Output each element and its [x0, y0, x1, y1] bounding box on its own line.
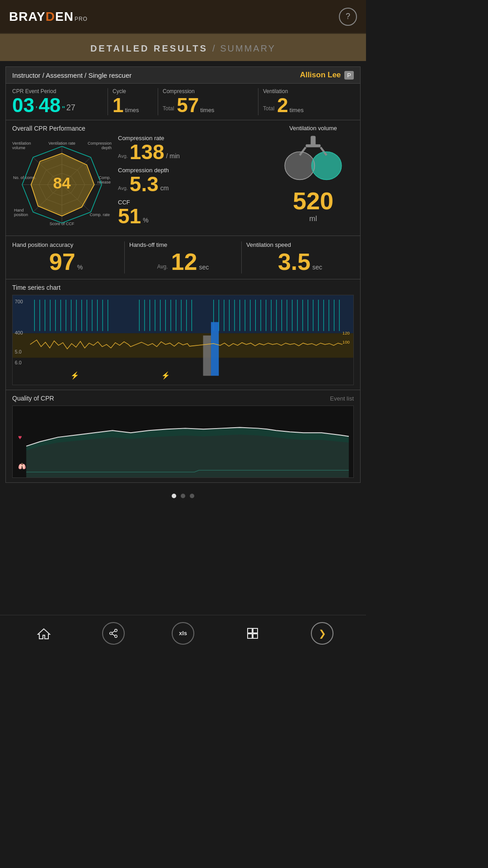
cpr-event-label: CPR Event Period	[12, 88, 103, 94]
svg-rect-82	[211, 322, 219, 376]
compression-depth-value: 5.3	[130, 174, 159, 194]
cycle-block: Cycle 1 times	[113, 88, 153, 115]
logo-pro: PRO	[75, 16, 88, 22]
bottom-nav: xls ❯	[0, 615, 366, 651]
vent-volume-unit: ml	[310, 215, 317, 223]
home-icon	[37, 627, 51, 640]
info-bar: Instructor / Assessment / Single rescuer…	[6, 67, 360, 84]
ventilation-speed-value: 3.5	[278, 250, 310, 274]
stats-row: CPR Event Period 03 ' 48 " 27 Cycle 1 ti…	[6, 84, 360, 120]
compression-depth-block: Compression depth Avg. 5.3 cm	[118, 167, 266, 194]
dot-1[interactable]	[172, 494, 176, 498]
event-list-button[interactable]: Event list	[330, 395, 354, 402]
svg-rect-96	[248, 634, 252, 638]
ventilation-label: Ventilation	[263, 88, 354, 94]
cpr-event-block: CPR Event Period 03 ' 48 " 27	[12, 88, 103, 115]
svg-text:🫁: 🫁	[18, 462, 26, 470]
next-button[interactable]: ❯	[311, 622, 333, 645]
quality-svg: ♥ 🫁	[13, 406, 353, 477]
xls-button[interactable]: xls	[172, 622, 194, 645]
svg-text:⚡: ⚡	[161, 371, 170, 380]
time-series-svg: 700 400 5.0 6.0 120 100	[13, 295, 353, 385]
svg-text:5.0: 5.0	[15, 349, 22, 354]
ventilation-speed-block: Ventilation speed 3.5 sec	[246, 241, 354, 274]
page-title: DETAILED RESULTS / SUMMARY	[90, 41, 276, 55]
svg-text:400: 400	[15, 330, 23, 335]
svg-rect-95	[253, 628, 258, 633]
svg-point-90	[110, 632, 113, 635]
quality-section: Quality of CPR Event list ♥ 🫁	[6, 390, 360, 482]
quality-title: Quality of CPR	[12, 395, 54, 402]
svg-text:700: 700	[15, 299, 23, 304]
cpr-seconds: 48	[38, 95, 61, 115]
cpr-extra: 27	[66, 103, 75, 113]
ccf-block: CCF 51 %	[118, 199, 266, 226]
svg-rect-11	[306, 144, 321, 147]
xls-label: xls	[179, 630, 187, 637]
overall-label: Overall CPR Performance	[12, 125, 112, 132]
svg-text:6.0: 6.0	[15, 360, 22, 365]
session-mode: Instructor / Assessment / Single rescuer	[12, 71, 131, 79]
compression-block: Compression Total 57 times	[163, 88, 253, 115]
vent-volume-value: 520	[293, 187, 333, 215]
svg-text:⚡: ⚡	[70, 371, 80, 380]
svg-line-92	[112, 631, 115, 632]
compression-rate-block: Compression rate Avg. 138 / min	[118, 135, 266, 162]
svg-rect-97	[253, 634, 258, 638]
title-bar: DETAILED RESULTS / SUMMARY	[0, 34, 366, 61]
logo-text: BRAYDEN	[9, 9, 74, 24]
compression-stats: Compression rate Avg. 138 / min Compress…	[118, 125, 266, 231]
next-icon: ❯	[319, 628, 326, 639]
hand-position-block: Hand position accuracy 97 %	[12, 241, 120, 274]
radar-chart: 84	[12, 135, 112, 230]
home-button[interactable]	[33, 622, 55, 645]
bottom-stats-row: Hand position accuracy 97 % Hands-off ti…	[6, 236, 360, 279]
ventilation-visual: Ventilation volume 520 ml	[272, 125, 354, 231]
svg-text:84: 84	[53, 174, 71, 192]
svg-line-93	[112, 634, 115, 636]
share-icon	[108, 628, 118, 638]
compression-rate-value: 138	[130, 142, 164, 162]
svg-rect-21	[13, 358, 353, 385]
vent-volume-label: Ventilation volume	[289, 125, 337, 132]
svg-rect-20	[13, 333, 353, 358]
lung-svg	[279, 133, 347, 183]
svg-rect-19	[13, 295, 353, 333]
svg-marker-87	[26, 434, 349, 477]
share-button[interactable]	[102, 622, 125, 645]
dot-2[interactable]	[181, 494, 185, 498]
user-name: Allison Lee	[300, 71, 341, 80]
svg-point-91	[115, 635, 117, 637]
compression-label: Compression	[163, 88, 253, 94]
svg-marker-88	[38, 629, 50, 639]
grid-icon	[246, 627, 259, 640]
svg-rect-94	[248, 628, 252, 633]
quality-chart: ♥ 🫁	[12, 406, 354, 478]
pagination-dots	[0, 488, 366, 504]
quality-header: Quality of CPR Event list	[12, 395, 354, 402]
main-card: Instructor / Assessment / Single rescuer…	[5, 66, 361, 483]
compression-value: 57	[177, 95, 199, 115]
user-badge: P	[344, 71, 354, 80]
help-button[interactable]: ?	[339, 8, 357, 26]
cycle-label: Cycle	[113, 88, 153, 94]
svg-point-89	[115, 629, 117, 632]
time-series-chart: 700 400 5.0 6.0 120 100	[12, 295, 354, 385]
dot-3[interactable]	[190, 494, 194, 498]
ventilation-count: 2	[277, 95, 288, 115]
logo: BRAYDEN PRO	[9, 9, 88, 24]
cycle-value: 1	[113, 95, 123, 115]
hand-position-value: 97	[49, 250, 75, 274]
ventilation-block: Ventilation Total 2 times	[263, 88, 354, 115]
svg-rect-81	[203, 335, 211, 376]
svg-text:♥: ♥	[18, 434, 22, 441]
hands-off-block: Hands-off time Avg. 12 sec	[129, 241, 237, 274]
grid-button[interactable]	[241, 622, 264, 645]
time-series-section: Time series chart 700 400 5.0 6.0 120 10…	[6, 279, 360, 390]
hands-off-value: 12	[171, 250, 197, 274]
radar-container: Overall CPR Performance Ventilation rate…	[12, 125, 112, 231]
svg-text:120: 120	[343, 330, 350, 335]
header: BRAYDEN PRO ?	[0, 0, 366, 34]
chart-title: Time series chart	[12, 284, 354, 291]
ccf-value: 51	[118, 206, 141, 226]
